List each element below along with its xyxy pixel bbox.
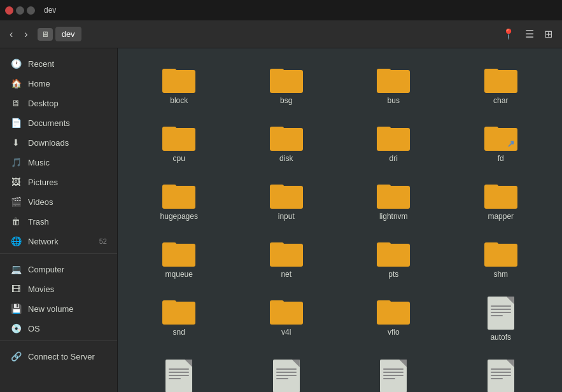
file-item-fd[interactable]: ↗ fd [450,116,552,169]
file-name: disk [279,154,293,163]
file-item-net[interactable]: net [235,232,338,285]
sidebar-item-home[interactable]: 🏠 Home [3,74,115,93]
file-item-pts[interactable]: pts [342,232,445,285]
back-button[interactable]: ‹ [5,25,17,43]
sidebar-item-connect[interactable]: 🔗 Connect to Server [3,347,115,366]
file-item-v4l[interactable]: v4l [235,290,338,348]
sidebar-label-connect: Connect to Server [28,352,95,361]
file-grid: block bsg bus char cpu [128,59,552,392]
sidebar-label-downloads: Downloads [28,138,69,148]
sidebar-label-trash: Trash [28,217,49,227]
file-item-autofs[interactable]: autofs [450,290,552,348]
folder-icon [270,123,303,151]
minimize-button[interactable] [16,6,24,15]
folder-icon [377,65,410,93]
sidebar-label-music: Music [28,158,50,167]
maximize-button[interactable] [27,6,35,15]
file-item-btrfs-control[interactable]: btrfs-control [128,353,230,392]
breadcrumb-label[interactable]: dev [55,27,81,41]
forward-button[interactable]: › [20,25,32,43]
folder-icon [162,181,195,209]
computer-icon: 💻 [10,263,22,275]
file-item-dri[interactable]: dri [342,116,445,169]
file-name: bus [388,96,400,105]
file-item-console[interactable]: console [235,353,338,392]
file-name: vfio [388,328,400,337]
doc-icon [165,360,192,392]
folder-icon [270,239,303,267]
sidebar-item-music[interactable]: 🎵 Music [3,153,115,172]
window-controls [5,6,35,15]
file-item-char[interactable]: char [450,59,552,111]
file-item-bsg[interactable]: bsg [235,59,338,111]
close-button[interactable] [5,6,13,15]
file-item-cpu[interactable]: cpu [128,116,230,169]
sidebar-label-movies: Movies [28,284,54,294]
list-view-button[interactable]: ☰ [521,25,538,43]
sidebar-item-recent[interactable]: 🕐 Recent [3,54,115,73]
sidebar-item-downloads[interactable]: ⬇ Downloads [3,133,115,152]
file-name: dri [390,154,398,163]
file-item-vfio[interactable]: vfio [342,290,445,348]
folder-icon [162,239,195,267]
file-name: mapper [488,212,514,221]
os-icon: 💿 [10,323,22,334]
file-item-bus[interactable]: bus [342,59,445,111]
file-item-cpu_dma_latency[interactable]: cpu_dma_latency [450,353,552,392]
sidebar-item-pictures[interactable]: 🖼 Pictures [3,172,115,192]
doc-icon [380,360,407,392]
file-item-mapper[interactable]: mapper [450,174,552,227]
file-item-mqueue[interactable]: mqueue [128,232,230,285]
doc-icon [273,360,300,392]
file-name: bsg [280,96,292,105]
toolbar: ‹ › 🖥 dev 📍 ☰ ⊞ [0,20,562,48]
main-layout: 🕐 Recent 🏠 Home 🖥 Desktop 📄 Documents ⬇ … [0,48,562,392]
folder-icon [377,239,410,267]
sidebar-label-pictures: Pictures [28,178,58,187]
folder-icon [484,239,517,267]
sidebar-label-videos: Videos [28,197,53,207]
file-item-snd[interactable]: snd [128,290,230,348]
folder-icon [484,65,517,93]
documents-icon: 📄 [10,117,22,129]
file-name: block [170,96,188,105]
desktop-icon: 🖥 [10,97,22,109]
sidebar-item-os[interactable]: 💿 OS [3,319,115,338]
sidebar-label-network: Network [28,237,59,246]
file-item-lightnvm[interactable]: lightnvm [342,174,445,227]
folder-icon [377,181,410,209]
sidebar-item-documents[interactable]: 📄 Documents [3,113,115,132]
file-item-input[interactable]: input [235,174,338,227]
file-name: char [493,96,508,105]
folder-icon [377,297,410,325]
file-item-shm[interactable]: shm [450,232,552,285]
file-name: pts [388,270,398,279]
sidebar-item-movies[interactable]: 🎞 Movies [3,279,115,298]
grid-view-button[interactable]: ⊞ [540,25,557,43]
new-volume-icon: 💾 [10,303,22,314]
breadcrumb-icon: 🖥 [38,28,53,41]
file-item-core[interactable]: core [342,353,445,392]
sidebar-item-network[interactable]: 🌐 Network 52 [3,232,115,251]
sidebar-label-home: Home [28,79,50,88]
window-title: dev [44,6,56,15]
sidebar-item-new-volume[interactable]: 💾 New volume [3,299,115,318]
trash-icon: 🗑 [10,216,22,227]
file-item-disk[interactable]: disk [235,116,338,169]
sidebar-item-trash[interactable]: 🗑 Trash [3,212,115,231]
file-item-hugepages[interactable]: hugepages [128,174,230,227]
file-name: mqueue [165,270,193,279]
location-button[interactable]: 📍 [498,25,519,43]
file-name: hugepages [160,212,198,221]
file-name: input [278,212,295,221]
sidebar-label-recent: Recent [28,59,54,69]
file-name: lightnvm [379,212,408,221]
file-item-block[interactable]: block [128,59,230,111]
sidebar-item-videos[interactable]: 🎬 Videos [3,192,115,211]
sidebar-label-desktop: Desktop [28,99,59,108]
sidebar-item-desktop[interactable]: 🖥 Desktop [3,94,115,113]
file-browser-content: block bsg bus char cpu [118,48,562,392]
sidebar-item-computer[interactable]: 💻 Computer [3,260,115,279]
file-name: cpu [173,154,185,163]
folder-icon [484,181,517,209]
